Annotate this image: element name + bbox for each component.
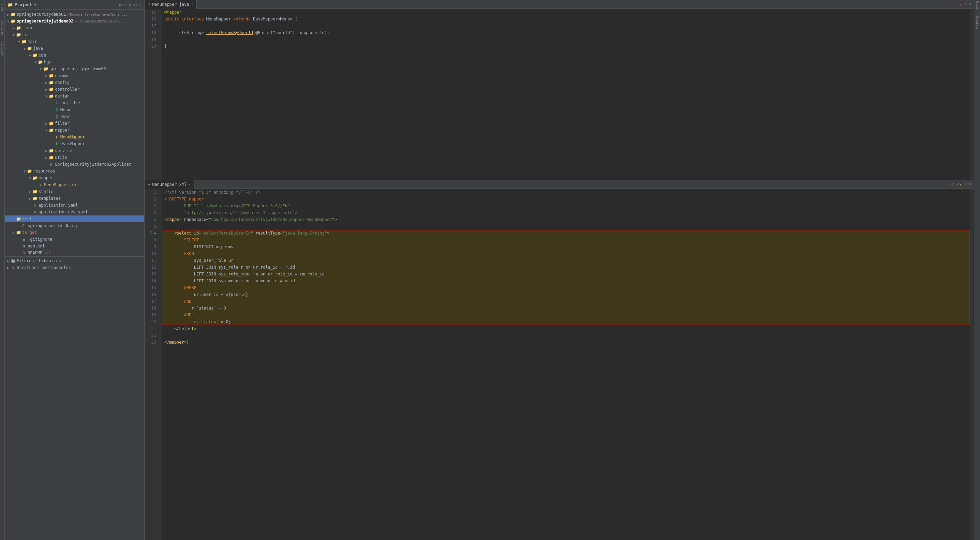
tree-item-com[interactable]: ▼ 📁 com xyxy=(5,52,144,59)
expand-arrow[interactable]: ▶ xyxy=(45,81,48,84)
maven-panel-icon[interactable]: Maven xyxy=(975,2,978,10)
expand-arrow[interactable]: ▼ xyxy=(22,47,27,51)
expand-arrow[interactable]: ▼ xyxy=(6,19,10,23)
tree-item-springsecuritydemo01[interactable]: ▶ 📁 springsecuritydemo01 ~/Documents/Dat… xyxy=(5,11,144,18)
tree-item-gitignore[interactable]: ● .gitignore xyxy=(5,236,144,243)
database-panel-icon[interactable]: Database xyxy=(975,16,978,30)
expand-arrow[interactable]: ▼ xyxy=(45,94,48,98)
nav-up[interactable]: ∧ xyxy=(964,2,966,6)
tree-item-springapp[interactable]: A Springsecurityjwtdemo02Applicat xyxy=(5,161,144,168)
tab-menumapper-java[interactable]: J MenuMapper.java ✕ xyxy=(145,0,197,9)
project-dropdown-icon[interactable]: 📁 xyxy=(8,2,13,7)
expand-arrow[interactable]: ▶ xyxy=(6,259,10,263)
expand-arrow[interactable]: ▼ xyxy=(33,60,38,64)
maven-icon: M xyxy=(21,244,27,249)
list-icon[interactable]: ≡ xyxy=(124,2,127,8)
tree-item-scratches[interactable]: ▶ ✎ Scratches and Consoles xyxy=(5,264,144,271)
tree-path: ~/Documents/Data/java/Sprin... xyxy=(66,13,128,16)
scratch-icon: ✎ xyxy=(10,265,16,270)
nav-down[interactable]: ∨ xyxy=(969,2,971,6)
project-tree: ▶ 📁 springsecuritydemo01 ~/Documents/Dat… xyxy=(5,10,144,540)
tree-label: target xyxy=(22,230,37,235)
tree-item-common[interactable]: ▶ 📁 common xyxy=(5,72,144,79)
tree-item-test[interactable]: ▶ 📁 test xyxy=(5,216,144,222)
sort-icon[interactable]: ⇅ xyxy=(129,2,132,8)
expand-arrow[interactable]: ▼ xyxy=(22,170,27,173)
tree-label: User xyxy=(60,114,70,119)
tree-item-app-yaml[interactable]: ⚙ application.yaml xyxy=(5,202,144,209)
structure-icon[interactable]: Structure xyxy=(1,20,4,35)
tree-item-user[interactable]: C User xyxy=(5,113,144,120)
tree-item-target[interactable]: ▶ 📁 target xyxy=(5,229,144,236)
expand-arrow[interactable]: ▶ xyxy=(28,190,32,194)
xml-line-11: sys_user_role ur xyxy=(164,257,967,264)
expand-arrow[interactable]: ▶ xyxy=(6,266,10,270)
minimize-icon[interactable]: — xyxy=(139,2,142,8)
tab-menumapper-xml[interactable]: ✦ MenuMapper.xml ✕ xyxy=(145,180,194,189)
tree-item-springsecurityjwtdemo02[interactable]: ▼ 📁 springsecurityjwtdemo02 ~/Documents/… xyxy=(5,18,144,25)
error-count: ⚠ 2 xyxy=(957,2,962,6)
expand-arrow[interactable]: ▼ xyxy=(11,33,16,37)
bottom-code-view[interactable]: 1 2 3 4 5 6 7▶ 8 9 10 11 12 13 14 15 16 xyxy=(145,189,970,540)
tree-label: LoginUser xyxy=(60,100,83,105)
tree-item-mvn[interactable]: ▶ 📁 .mvn xyxy=(5,25,144,31)
favorites-icon[interactable]: Favorites xyxy=(1,41,4,56)
folder-icon: 📁 xyxy=(16,230,21,235)
expand-arrow[interactable]: ▶ xyxy=(45,87,48,91)
scrollbar-bottom[interactable] xyxy=(970,189,974,540)
expand-arrow[interactable]: ▼ xyxy=(17,40,21,44)
bottom-tab-bar: ✦ MenuMapper.xml ✕ ⚠ 2 ✓ 2 ∧ ∨ xyxy=(145,180,974,189)
tree-item-mapper[interactable]: ▼ 📁 mapper xyxy=(5,127,144,133)
tree-item-src[interactable]: ▼ 📁 src xyxy=(5,31,144,38)
expand-arrow[interactable]: ▶ xyxy=(11,26,16,30)
expand-arrow[interactable]: ▶ xyxy=(11,217,16,221)
tree-item-resources[interactable]: ▼ 📁 resources xyxy=(5,168,144,175)
scrollbar-top[interactable] xyxy=(970,9,974,180)
expand-arrow[interactable]: ▶ xyxy=(45,74,48,78)
tree-item-menumapper-java[interactable]: I MenuMapper xyxy=(5,133,144,140)
tree-item-service[interactable]: ▶ 📁 service xyxy=(5,147,144,154)
tree-item-app-dev-yaml[interactable]: ⚙ application-dev.yaml xyxy=(5,209,144,216)
tree-item-main[interactable]: ▼ 📁 main xyxy=(5,38,144,45)
tab-close-button[interactable]: ✕ xyxy=(191,2,193,6)
tree-item-domian[interactable]: ▼ 📁 domian xyxy=(5,93,144,100)
expand-arrow[interactable]: ▼ xyxy=(39,67,43,71)
tab-close-button[interactable]: ✕ xyxy=(189,183,191,186)
tree-item-external-libs[interactable]: ▶ 📚 External Libraries xyxy=(5,257,144,264)
tree-item-sql[interactable]: ⬡ springsecurity_db.sql xyxy=(5,222,144,229)
expand-arrow[interactable]: ▶ xyxy=(6,13,10,16)
tree-item-utils[interactable]: ▶ 📁 utils xyxy=(5,154,144,161)
tree-item-loginuser[interactable]: C LoginUser xyxy=(5,100,144,106)
tree-item-res-mapper[interactable]: ▼ 📁 mapper xyxy=(5,175,144,181)
tree-item-menumapper-xml[interactable]: ✦ MenuMapper.xml xyxy=(5,181,144,188)
settings-icon[interactable]: ⚙ xyxy=(119,2,122,8)
tree-item-config[interactable]: ▶ 📁 config xyxy=(5,79,144,86)
project-dropdown-arrow[interactable]: ▾ xyxy=(34,2,37,7)
expand-arrow[interactable]: ▼ xyxy=(45,129,48,132)
expand-arrow[interactable]: ▶ xyxy=(11,231,16,235)
tree-item-package[interactable]: ▼ 📁 springsecurityjwtdemo02 xyxy=(5,65,144,72)
error-number: 2 xyxy=(959,2,962,6)
expand-arrow[interactable]: ▶ xyxy=(28,197,32,200)
tree-item-static[interactable]: ▶ 📁 static xyxy=(5,188,144,195)
gear-icon[interactable]: ⚙ xyxy=(134,2,137,8)
nav-down[interactable]: ∨ xyxy=(969,183,971,186)
tree-item-pom[interactable]: M pom.xml xyxy=(5,243,144,249)
tree-item-hgw[interactable]: ▼ 📁 hgw xyxy=(5,59,144,65)
expand-arrow[interactable]: ▼ xyxy=(28,54,32,57)
nav-up[interactable]: ∧ xyxy=(964,183,966,186)
tree-item-templates[interactable]: ▶ 📁 templates xyxy=(5,195,144,202)
tree-item-usermapper[interactable]: I UserMapper xyxy=(5,140,144,147)
top-code-view[interactable]: 15 16 17 18 19 20 @Mapper public interfa… xyxy=(145,9,970,180)
expand-arrow[interactable]: ▼ xyxy=(28,176,32,180)
expand-arrow[interactable]: ▶ xyxy=(45,149,48,153)
commit-icon[interactable]: Commit xyxy=(1,3,4,13)
expand-arrow[interactable]: ▶ xyxy=(45,122,48,125)
tree-item-java[interactable]: ▼ 📁 java xyxy=(5,45,144,52)
tree-item-filter[interactable]: ▶ 📁 filter xyxy=(5,120,144,127)
folder-icon: 📁 xyxy=(21,39,27,44)
tree-item-readme[interactable]: R README.md xyxy=(5,249,144,256)
tree-item-controller[interactable]: ▶ 📁 controller xyxy=(5,86,144,93)
tree-item-menu[interactable]: C Menu xyxy=(5,106,144,113)
expand-arrow[interactable]: ▶ xyxy=(45,156,48,160)
